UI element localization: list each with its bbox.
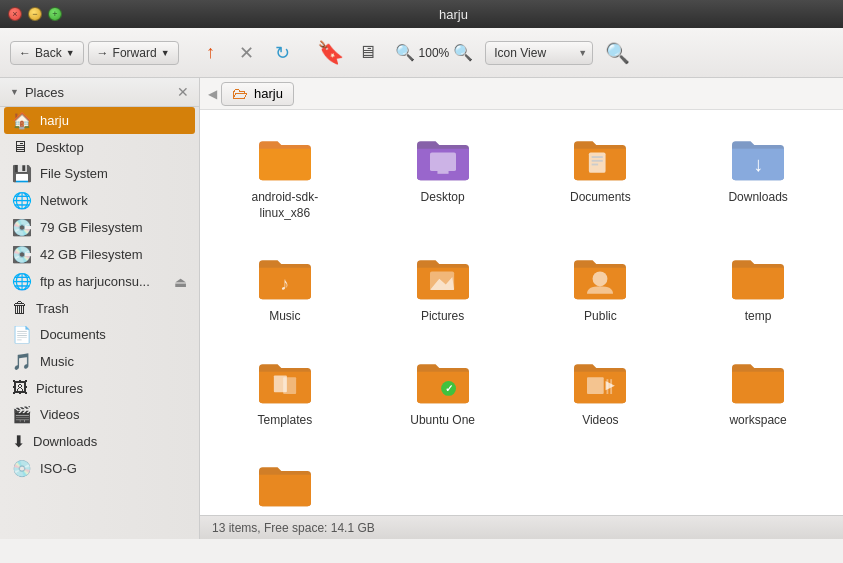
refresh-button[interactable]: ↻ [267,37,299,69]
sidebar-pictures-label: Pictures [36,381,83,396]
file-item-ubuntuone[interactable]: ✓ Ubuntu One [368,343,518,439]
folder-examples-icon [255,458,315,510]
sidebar-item-desktop[interactable]: 🖥 Desktop [0,134,199,160]
file-item-pictures[interactable]: Pictures [368,239,518,335]
sidebar-desktop-label: Desktop [36,140,84,155]
file-pictures-label: Pictures [421,309,464,325]
breadcrumb-harju[interactable]: 🗁 harju [221,82,294,106]
forward-button[interactable]: → Forward ▼ [88,41,179,65]
sidebar-79gb-label: 79 GB Filesystem [40,220,143,235]
file-item-examples[interactable]: Examples [210,446,360,515]
window-controls: × − + [8,7,62,21]
file-videos-label: Videos [582,413,618,429]
status-text: 13 items, Free space: 14.1 GB [212,521,375,535]
file-item-temp[interactable]: temp [683,239,833,335]
file-item-public[interactable]: Public [526,239,676,335]
file-desktop-label: Desktop [421,190,465,206]
new-window-button[interactable]: 🖥 [351,37,383,69]
zoom-in-button[interactable]: 🔍 [453,43,473,62]
file-item-desktop[interactable]: Desktop [368,120,518,231]
upload-button[interactable]: ↑ [195,37,227,69]
folder-templates-icon [255,355,315,407]
svg-rect-0 [430,152,456,171]
back-button[interactable]: ← Back ▼ [10,41,84,65]
folder-ubuntuone-icon-wrap: ✓ [411,353,475,409]
sidebar-harju-label: harju [40,113,69,128]
sidebar-item-documents[interactable]: 📄 Documents [0,321,199,348]
svg-rect-12 [283,377,296,394]
sidebar-item-filesystem[interactable]: 💾 File System [0,160,199,187]
back-arrow-icon: ← [19,46,31,60]
folder-temp-icon [728,251,788,303]
file-area-scroll: android-sdk-linux_x86 Desktop [200,110,843,515]
trash-icon: 🗑 [12,299,28,317]
folder-ubuntuone-icon: ✓ [413,355,473,407]
sidebar-42gb-label: 42 GB Filesystem [40,247,143,262]
file-android-label: android-sdk-linux_x86 [240,190,330,221]
svg-point-10 [593,272,608,287]
sidebar-item-music[interactable]: 🎵 Music [0,348,199,375]
sidebar-ftp-label: ftp as harjuconsu... [40,274,150,289]
back-label: Back [35,46,62,60]
sidebar-item-isog[interactable]: 💿 ISO-G [0,455,199,482]
sidebar-item-harju[interactable]: 🏠 harju [4,107,195,134]
breadcrumb-bar: ◀ 🗁 harju [200,78,843,110]
file-item-music[interactable]: ♪ Music [210,239,360,335]
folder-music-icon: ♪ [255,251,315,303]
folder-downloads-icon: ↓ [728,132,788,184]
svg-rect-15 [587,377,604,394]
sidebar-item-pictures[interactable]: 🖼 Pictures [0,375,199,401]
view-select[interactable]: Icon View List View Compact View [485,41,593,65]
documents-icon: 📄 [12,325,32,344]
file-ubuntuone-label: Ubuntu One [410,413,475,429]
sidebar-item-ftp[interactable]: 🌐 ftp as harjuconsu... ⏏ [0,268,199,295]
sidebar-music-label: Music [40,354,74,369]
maximize-button[interactable]: + [48,7,62,21]
zoom-out-button[interactable]: 🔍 [395,43,415,62]
file-item-documents[interactable]: Documents [526,120,676,231]
places-text: Places [25,85,64,100]
file-item-videos[interactable]: Videos [526,343,676,439]
view-select-wrap: Icon View List View Compact View [477,41,593,65]
folder-pictures-icon-wrap [411,249,475,305]
folder-workspace-icon-wrap [726,353,790,409]
file-item-downloads[interactable]: ↓ Downloads [683,120,833,231]
stop-button[interactable]: ✕ [231,37,263,69]
folder-temp-icon-wrap [726,249,790,305]
folder-public-icon-wrap [568,249,632,305]
sidebar-filesystem-label: File System [40,166,108,181]
places-dropdown-icon: ▼ [10,87,19,97]
file-item-android[interactable]: android-sdk-linux_x86 [210,120,360,231]
eject-icon[interactable]: ⏏ [174,274,187,290]
sidebar-documents-label: Documents [40,327,106,342]
breadcrumb-back-icon[interactable]: ◀ [208,87,217,101]
file-item-workspace[interactable]: workspace [683,343,833,439]
sidebar-network-label: Network [40,193,88,208]
forward-label: Forward [113,46,157,60]
sidebar-item-videos[interactable]: 🎬 Videos [0,401,199,428]
folder-videos-icon-wrap [568,353,632,409]
folder-videos-icon [570,355,630,407]
close-button[interactable]: × [8,7,22,21]
file-item-templates[interactable]: Templates [210,343,360,439]
sidebar-item-42gb[interactable]: 💽 42 GB Filesystem [0,241,199,268]
sidebar-item-network[interactable]: 🌐 Network [0,187,199,214]
sidebar-item-trash[interactable]: 🗑 Trash [0,295,199,321]
sidebar-item-downloads[interactable]: ⬇ Downloads [0,428,199,455]
file-templates-label: Templates [258,413,313,429]
pictures-icon: 🖼 [12,379,28,397]
sidebar: ▼ Places ✕ 🏠 harju 🖥 Desktop 💾 File Syst… [0,78,200,539]
sidebar-item-79gb[interactable]: 💽 79 GB Filesystem [0,214,199,241]
sidebar-isog-label: ISO-G [40,461,77,476]
drive-42gb-icon: 💽 [12,245,32,264]
minimize-button[interactable]: − [28,7,42,21]
file-workspace-label: workspace [729,413,786,429]
main-layout: ▼ Places ✕ 🏠 harju 🖥 Desktop 💾 File Syst… [0,78,843,539]
sidebar-close-button[interactable]: ✕ [177,84,189,100]
places-label: ▼ Places [10,85,64,100]
videos-icon: 🎬 [12,405,32,424]
search-button[interactable]: 🔍 [605,41,630,65]
bookmarks-button[interactable]: 🔖 [315,37,347,69]
window-title: harju [72,7,835,22]
folder-music-icon-wrap: ♪ [253,249,317,305]
